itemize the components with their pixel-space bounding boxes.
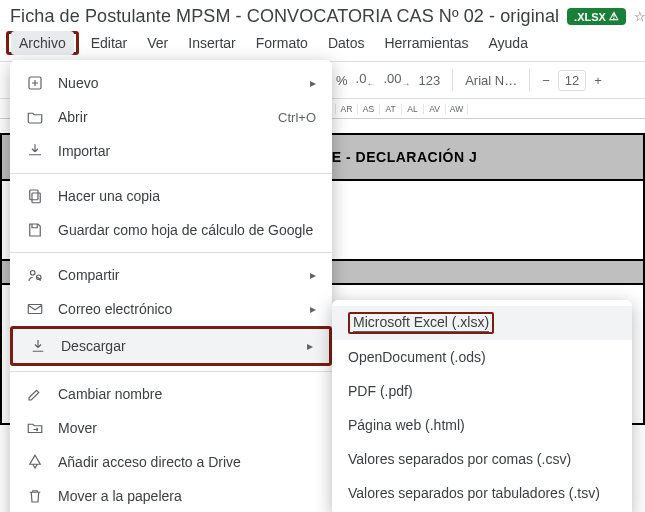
menu-format[interactable]: Formato <box>248 31 316 55</box>
highlight-archivo: Archivo <box>6 31 79 55</box>
menu-data[interactable]: Datos <box>320 31 373 55</box>
trash-icon <box>26 487 44 505</box>
file-menu-new[interactable]: Nuevo ▸ <box>10 66 332 100</box>
mail-icon <box>26 300 44 318</box>
menu-file[interactable]: Archivo <box>11 31 74 55</box>
svg-point-3 <box>31 271 36 276</box>
download-submenu: Microsoft Excel (.xlsx) OpenDocument (.o… <box>332 300 632 512</box>
font-size-decrease[interactable]: − <box>542 73 550 88</box>
file-menu-open[interactable]: Abrir Ctrl+O <box>10 100 332 134</box>
menu-edit[interactable]: Editar <box>83 31 136 55</box>
column-header[interactable]: AW <box>446 104 468 114</box>
menu-separator <box>10 173 332 174</box>
document-title[interactable]: Ficha de Postulante MPSM - CONVOCATORIA … <box>10 6 559 27</box>
menubar: Archivo Editar Ver Insertar Formato Dato… <box>0 29 645 61</box>
menu-view[interactable]: Ver <box>139 31 176 55</box>
drive-shortcut-icon <box>26 453 44 471</box>
menu-help[interactable]: Ayuda <box>480 31 535 55</box>
move-icon <box>26 419 44 437</box>
file-menu-save-as-gsheet[interactable]: Guardar como hoja de cálculo de Google <box>10 213 332 247</box>
svg-rect-2 <box>30 190 38 200</box>
file-menu-dropdown: Nuevo ▸ Abrir Ctrl+O Importar Hacer una … <box>10 60 332 512</box>
chevron-right-icon: ▸ <box>310 302 316 316</box>
highlight-download: Descargar ▸ <box>10 326 332 366</box>
file-menu-make-copy[interactable]: Hacer una copia <box>10 179 332 213</box>
menu-separator <box>10 252 332 253</box>
copy-icon <box>26 187 44 205</box>
chevron-right-icon: ▸ <box>310 268 316 282</box>
percent-button[interactable]: % <box>336 73 348 88</box>
file-menu-move[interactable]: Mover <box>10 411 332 445</box>
file-menu-email[interactable]: Correo electrónico ▸ <box>10 292 332 326</box>
menu-tools[interactable]: Herramientas <box>376 31 476 55</box>
menu-insert[interactable]: Insertar <box>180 31 243 55</box>
increase-decimals-button[interactable]: .00→ <box>383 71 410 89</box>
plus-icon <box>26 74 44 92</box>
download-pdf[interactable]: PDF (.pdf) <box>332 374 632 408</box>
font-size-increase[interactable]: + <box>594 73 602 88</box>
download-csv[interactable]: Valores separados por comas (.csv) <box>332 442 632 476</box>
filetype-badge-text: .XLSX <box>574 11 606 23</box>
folder-icon <box>26 108 44 126</box>
titlebar: Ficha de Postulante MPSM - CONVOCATORIA … <box>0 0 645 29</box>
rename-icon <box>26 385 44 403</box>
download-html[interactable]: Página web (.html) <box>332 408 632 442</box>
column-header[interactable]: AS <box>358 104 380 114</box>
file-menu-trash[interactable]: Mover a la papelera <box>10 479 332 512</box>
shortcut-label: Ctrl+O <box>278 110 316 125</box>
toolbar-separator <box>529 69 530 91</box>
import-icon <box>26 142 44 160</box>
column-header[interactable]: AL <box>402 104 424 114</box>
share-icon <box>26 266 44 284</box>
chevron-right-icon: ▸ <box>310 76 316 90</box>
download-icon <box>29 337 47 355</box>
column-header[interactable]: AT <box>380 104 402 114</box>
svg-rect-1 <box>32 193 40 203</box>
toolbar-separator <box>452 69 453 91</box>
font-selector[interactable]: Arial N… <box>465 73 517 88</box>
download-xlsx[interactable]: Microsoft Excel (.xlsx) <box>332 306 632 340</box>
column-header[interactable]: AR <box>336 104 358 114</box>
download-ods[interactable]: OpenDocument (.ods) <box>332 340 632 374</box>
download-tsv[interactable]: Valores separados por tabuladores (.tsv) <box>332 476 632 510</box>
file-menu-download[interactable]: Descargar ▸ <box>13 329 329 363</box>
star-icon[interactable]: ☆ <box>634 9 645 24</box>
save-icon <box>26 221 44 239</box>
highlight-xlsx: Microsoft Excel (.xlsx) <box>348 312 494 334</box>
file-menu-rename[interactable]: Cambiar nombre <box>10 377 332 411</box>
menu-separator <box>10 371 332 372</box>
file-menu-import[interactable]: Importar <box>10 134 332 168</box>
svg-rect-5 <box>28 305 42 314</box>
number-format-button[interactable]: 123 <box>418 73 440 88</box>
font-size-value[interactable]: 12 <box>558 70 586 91</box>
decrease-decimals-button[interactable]: .0← <box>356 71 376 89</box>
warning-icon: ⚠ <box>609 10 619 23</box>
file-menu-share[interactable]: Compartir ▸ <box>10 258 332 292</box>
file-menu-add-shortcut[interactable]: Añadir acceso directo a Drive <box>10 445 332 479</box>
column-header[interactable]: AV <box>424 104 446 114</box>
filetype-badge: .XLSX ⚠ <box>567 8 626 25</box>
chevron-right-icon: ▸ <box>307 339 313 353</box>
